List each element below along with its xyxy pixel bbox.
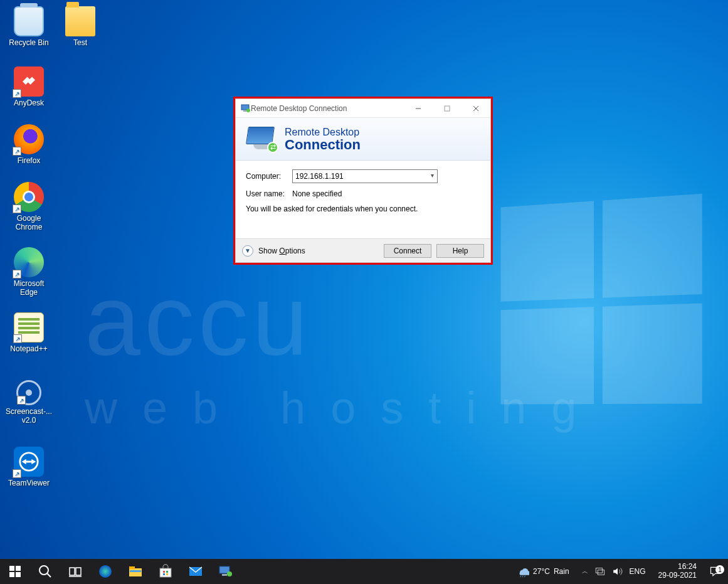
tray-clock[interactable]: 16:24 29-09-2021 (652, 563, 703, 580)
notification-badge: 1 (715, 565, 724, 574)
expand-options-icon[interactable]: ▼ (242, 245, 253, 257)
search-button[interactable] (30, 559, 60, 584)
svg-rect-28 (222, 574, 227, 576)
close-button[interactable] (462, 99, 490, 118)
svg-rect-33 (596, 568, 603, 573)
icon-label: TeamViewer (5, 479, 53, 487)
computer-label: Computer: (246, 172, 292, 181)
svg-rect-18 (129, 568, 142, 576)
icon-label: Firefox (5, 156, 53, 165)
volume-icon[interactable] (612, 566, 623, 577)
taskbar[interactable]: 27°C Rain ︿ ENG 16:24 29-09-2021 1 (0, 559, 728, 584)
anydesk-icon: ↗ (14, 66, 44, 97)
svg-point-29 (227, 571, 232, 576)
svg-rect-10 (9, 572, 14, 577)
icon-label: AnyDesk (5, 98, 53, 107)
desktop-icon-screencast[interactable]: ↗ Screencast-... v2.0 (5, 378, 53, 425)
file-explorer-icon (128, 564, 143, 579)
taskbar-app-rdc[interactable] (211, 559, 241, 584)
maximize-button[interactable] (433, 99, 462, 118)
desktop-icon-teamviewer[interactable]: ↗ TeamViewer (5, 447, 53, 487)
clock-date: 29-09-2021 (658, 571, 697, 580)
icon-label: Screencast-... v2.0 (5, 407, 53, 425)
weather-temp: 27°C (533, 567, 550, 576)
shortcut-overlay-icon: ↗ (13, 334, 22, 343)
rdc-title-text: Remote Desktop Connection (251, 104, 347, 113)
svg-rect-23 (166, 571, 168, 573)
desktop-icon-test-folder[interactable]: Test (56, 6, 104, 47)
mail-icon (188, 564, 203, 579)
shortcut-overlay-icon: ↗ (17, 396, 26, 405)
tray-weather[interactable]: 27°C Rain (510, 565, 576, 578)
tray-language[interactable]: ENG (630, 567, 646, 576)
svg-point-12 (40, 566, 48, 575)
desktop-icon-firefox[interactable]: ↗ Firefox (5, 124, 53, 165)
taskbar-app-explorer[interactable] (120, 559, 150, 584)
start-button[interactable] (0, 559, 30, 584)
help-button[interactable]: Help (436, 244, 484, 258)
rdc-logo-icon: ⇄ (247, 127, 276, 152)
shortcut-overlay-icon: ↗ (13, 469, 21, 478)
svg-point-17 (99, 565, 112, 578)
folder-icon (65, 6, 95, 36)
store-icon (158, 564, 173, 579)
system-tray[interactable]: 27°C Rain ︿ ENG 16:24 29-09-2021 1 (510, 559, 728, 584)
rdc-icon (218, 564, 233, 579)
action-center-button[interactable]: 1 (703, 565, 728, 578)
screencast-icon: ↗ (16, 380, 41, 405)
rdc-titlebar[interactable]: Remote Desktop Connection (236, 99, 490, 118)
desktop-icon-edge[interactable]: ↗ Microsoft Edge (5, 247, 53, 297)
show-options-link[interactable]: Show Options (258, 247, 379, 255)
rdc-footer: ▼ Show Options Connect Help (236, 238, 490, 262)
svg-rect-19 (129, 566, 135, 569)
connect-button[interactable]: Connect (384, 244, 431, 258)
teamviewer-icon: ↗ (14, 447, 44, 477)
desktop-icon-chrome[interactable]: ↗ Google Chrome (5, 182, 53, 231)
svg-rect-21 (160, 568, 171, 577)
search-icon (38, 564, 53, 579)
task-view-icon (68, 564, 83, 579)
desktop-icon-notepadpp[interactable]: ↗ Notepad++ (5, 312, 53, 353)
weather-rain-icon (517, 565, 529, 578)
desktop[interactable]: Recycle Bin Test ↗ AnyDesk ↗ Firefox ↗ G… (0, 0, 728, 584)
desktop-icon-anydesk[interactable]: ↗ AnyDesk (5, 66, 53, 107)
task-view-button[interactable] (60, 559, 90, 584)
shortcut-overlay-icon: ↗ (13, 89, 21, 98)
username-value: None specified (292, 189, 342, 198)
shortcut-overlay-icon: ↗ (13, 204, 21, 213)
rdc-header-line1: Remote Desktop (285, 127, 361, 138)
svg-rect-11 (16, 572, 21, 577)
taskbar-app-edge[interactable] (90, 559, 120, 584)
taskbar-app-store[interactable] (150, 559, 181, 584)
svg-rect-22 (163, 571, 165, 573)
windows-icon (9, 566, 21, 577)
recycle-bin-icon (14, 6, 44, 36)
rdc-window[interactable]: Remote Desktop Connection ⇄ Remote Deskt… (235, 98, 491, 263)
svg-line-32 (525, 576, 525, 578)
chrome-icon: ↗ (14, 182, 44, 212)
desktop-icon-recycle-bin[interactable]: Recycle Bin (5, 6, 53, 47)
icon-label: Microsoft Edge (5, 279, 53, 297)
computer-input[interactable] (292, 169, 438, 183)
rdc-header-title: Remote Desktop Connection (285, 127, 361, 152)
shortcut-overlay-icon: ↗ (13, 270, 21, 279)
icon-label: Test (56, 38, 104, 47)
icon-label: Recycle Bin (5, 38, 53, 47)
taskbar-app-mail[interactable] (181, 559, 211, 584)
icon-label: Notepad++ (5, 344, 53, 353)
svg-rect-34 (598, 570, 604, 575)
minimize-button[interactable] (404, 99, 433, 118)
svg-rect-8 (9, 566, 14, 571)
clock-time: 16:24 (658, 563, 697, 571)
edge-icon (98, 564, 113, 579)
icon-label: Google Chrome (5, 214, 53, 231)
svg-rect-14 (70, 568, 75, 575)
rdc-body: Computer: ▾ User name: None specified Yo… (236, 161, 490, 238)
svg-line-30 (520, 576, 521, 578)
notepadpp-icon: ↗ (14, 312, 44, 342)
computer-combo[interactable]: ▾ (292, 169, 438, 183)
network-icon[interactable] (594, 566, 606, 577)
rdc-header-line2: Connection (285, 138, 361, 152)
tray-overflow-button[interactable]: ︿ (582, 567, 588, 576)
edge-icon: ↗ (14, 247, 44, 277)
